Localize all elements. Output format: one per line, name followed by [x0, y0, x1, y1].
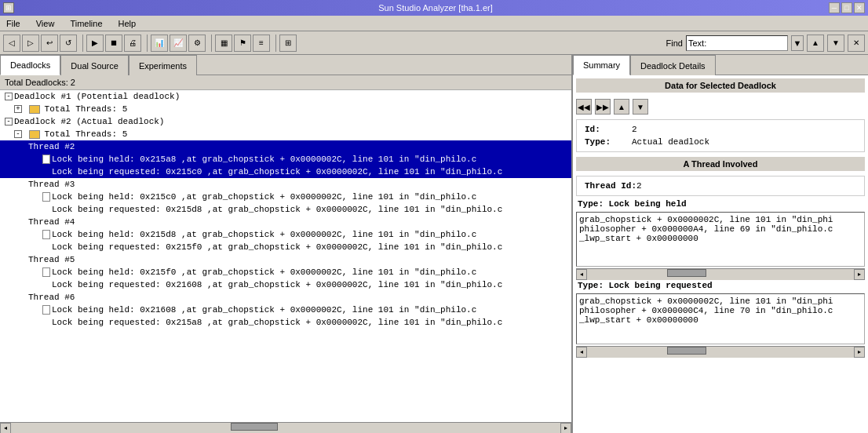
- lock-held-line2: philosopher + 0x000000A4, line 69 in "di…: [579, 224, 862, 234]
- toolbar-btn-11[interactable]: ▦: [215, 35, 232, 52]
- type-value: Actual deadlock: [632, 137, 709, 147]
- menu-view[interactable]: View: [33, 17, 58, 30]
- left-scroll-track[interactable]: [11, 423, 560, 434]
- req-scrollbar-h[interactable]: ◂ ▸: [576, 346, 865, 357]
- toolbar-btn-7[interactable]: 🖨: [124, 35, 141, 52]
- thread5-req[interactable]: Lock being requested: 0x21608 ,at grab_c…: [0, 278, 571, 291]
- lock-req-type: Type: Lock being requested: [573, 279, 868, 292]
- held-scrollbar-h[interactable]: ◂ ▸: [576, 268, 865, 279]
- left-scrollbar-h[interactable]: ◂ ▸: [0, 422, 571, 433]
- tab-dual-source[interactable]: Dual Source: [60, 55, 129, 75]
- thread3-held[interactable]: Lock being held: 0x215c0 ,at grab_chopst…: [0, 191, 571, 203]
- close-button[interactable]: ✕: [854, 2, 865, 13]
- id-value: 2: [632, 125, 637, 134]
- id-row: Id: 2: [580, 123, 861, 136]
- deadlock2-threads: - Total Threads: 5: [0, 128, 571, 140]
- nav-next-button[interactable]: ▶▶: [595, 99, 611, 115]
- doc-icon-2: [42, 192, 50, 202]
- thread-id-label: Thread Id:: [585, 181, 636, 191]
- toolbar-btn-1[interactable]: ◁: [3, 35, 20, 52]
- toolbar-btn-2[interactable]: ▷: [22, 35, 39, 52]
- thread4-header[interactable]: Thread #4: [0, 216, 571, 228]
- held-scroll-thumb[interactable]: [667, 269, 706, 277]
- tab-deadlock-details[interactable]: Deadlock Details: [630, 55, 716, 75]
- menu-timeline[interactable]: Timeline: [67, 17, 105, 30]
- menu-help[interactable]: Help: [115, 17, 140, 30]
- thread6-header[interactable]: Thread #6: [0, 291, 571, 304]
- thread6-held[interactable]: Lock being held: 0x21608 ,at grab_chopst…: [0, 304, 571, 316]
- left-scroll-left[interactable]: ◂: [0, 423, 11, 434]
- toolbar-btn-13[interactable]: ≡: [253, 35, 270, 52]
- toolbar-btn-12[interactable]: ⚑: [234, 35, 251, 52]
- lock-held-line1: grab_chopstick + 0x0000002C, line 101 in…: [579, 215, 862, 224]
- req-scroll-left[interactable]: ◂: [576, 347, 587, 358]
- thread4-req[interactable]: Lock being requested: 0x215f0 ,at grab_c…: [0, 241, 571, 253]
- deadlock2-expand[interactable]: -: [5, 118, 13, 126]
- toolbar-btn-10[interactable]: ⚙: [188, 35, 206, 52]
- tab-deadlocks[interactable]: Deadlocks: [0, 55, 60, 75]
- thread3-header[interactable]: Thread #3: [0, 178, 571, 191]
- doc-icon-4: [42, 267, 50, 277]
- thread5-header[interactable]: Thread #5: [0, 253, 571, 266]
- thread5-held[interactable]: Lock being held: 0x215f0 ,at grab_chopst…: [0, 266, 571, 278]
- thread3-req[interactable]: Lock being requested: 0x215d8 ,at grab_c…: [0, 203, 571, 216]
- data-section-title: Data for Selected Deadlock: [576, 78, 865, 93]
- left-scroll-thumb[interactable]: [231, 423, 278, 431]
- toolbar-sep-1: [80, 35, 83, 52]
- nav-up-button[interactable]: ▲: [614, 99, 629, 115]
- held-scroll-left[interactable]: ◂: [576, 269, 587, 280]
- thread2-held[interactable]: Lock being held: 0x215a8 ,at grab_chopst…: [0, 153, 571, 166]
- deadlock-list[interactable]: - Deadlock #1 (Potential deadlock) + Tot…: [0, 90, 571, 422]
- lock-held-type: Type: Lock being held: [573, 198, 868, 210]
- held-scroll-track[interactable]: [587, 269, 854, 280]
- find-prev-button[interactable]: ▲: [807, 35, 824, 52]
- toolbar-btn-9[interactable]: 📈: [170, 35, 187, 52]
- left-scroll-right[interactable]: ▸: [560, 423, 571, 434]
- id-type-section: Id: 2 Type: Actual deadlock: [576, 119, 865, 152]
- menu-file[interactable]: File: [3, 17, 24, 30]
- toolbar-btn-4[interactable]: ↺: [60, 35, 77, 52]
- nav-down-button[interactable]: ▼: [633, 99, 648, 115]
- deadlock1-folder-icon: +: [14, 104, 42, 114]
- req-scroll-right[interactable]: ▸: [854, 347, 865, 358]
- doc-icon-5: [42, 305, 50, 315]
- folder-icon-1: [29, 105, 40, 114]
- find-dropdown-button[interactable]: ▼: [791, 35, 804, 51]
- toolbar-sep-4: [273, 35, 276, 52]
- thread4-held[interactable]: Lock being held: 0x215d8 ,at grab_chopst…: [0, 228, 571, 241]
- req-scroll-thumb[interactable]: [667, 347, 706, 355]
- lock-req-line2: philosopher + 0x000000C4, line 70 in "di…: [579, 306, 862, 315]
- doc-icon-1: [42, 155, 50, 164]
- tab-summary[interactable]: Summary: [573, 55, 630, 75]
- thread6-req[interactable]: Lock being requested: 0x215a8 ,at grab_c…: [0, 316, 571, 329]
- find-next-button[interactable]: ▼: [827, 35, 844, 52]
- nav-first-button[interactable]: ◀◀: [576, 99, 592, 115]
- toolbar-btn-3[interactable]: ↩: [41, 35, 58, 52]
- find-clear-button[interactable]: ✕: [848, 35, 865, 52]
- deadlock2-header: - Deadlock #2 (Actual deadlock): [0, 115, 571, 128]
- minimize-button[interactable]: ─: [829, 2, 840, 13]
- window-title: Sun Studio Analyzer [tha.1.er]: [42, 3, 829, 13]
- maximize-button[interactable]: □: [841, 2, 852, 13]
- deadlock2-expand2[interactable]: -: [14, 130, 22, 138]
- toolbar: ◁ ▷ ↩ ↺ ▶ ⏹ 🖨 📊 📈 ⚙ ▦ ⚑ ≡ ⊞ Find ▼ ▲ ▼ ✕: [0, 31, 868, 55]
- toolbar-btn-5[interactable]: ▶: [86, 35, 104, 52]
- id-label: Id:: [585, 125, 632, 134]
- right-panel: Summary Deadlock Details Data for Select…: [573, 55, 868, 433]
- type-label: Type:: [585, 137, 632, 147]
- toolbar-btn-14[interactable]: ⊞: [279, 35, 297, 52]
- req-scroll-track[interactable]: [587, 347, 854, 358]
- toolbar-btn-8[interactable]: 📊: [151, 35, 168, 52]
- deadlock1-expand2[interactable]: +: [14, 105, 22, 113]
- thread2-req[interactable]: Lock being requested: 0x215c0 ,at grab_c…: [0, 166, 571, 178]
- deadlock1-expand[interactable]: -: [5, 93, 13, 100]
- thread-id-row: Thread Id: 2: [580, 180, 861, 192]
- find-input[interactable]: [686, 35, 788, 51]
- folder-icon-2: [29, 130, 40, 139]
- tab-experiments[interactable]: Experiments: [129, 55, 197, 75]
- lock-req-line1: grab_chopstick + 0x0000002C, line 101 in…: [579, 297, 862, 306]
- held-scroll-right[interactable]: ▸: [854, 269, 865, 280]
- toolbar-btn-6[interactable]: ⏹: [105, 35, 122, 52]
- thread2-header[interactable]: Thread #2: [0, 140, 571, 153]
- thread-section-title: A Thread Involved: [576, 157, 865, 171]
